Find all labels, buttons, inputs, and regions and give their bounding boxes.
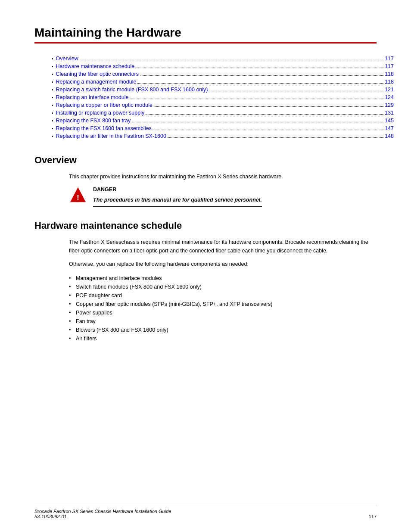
toc-entry: •Replacing the air filter in the FastIro… (52, 133, 394, 139)
toc-dots (209, 91, 383, 91)
toc-bullet: • (52, 134, 53, 139)
toc-link[interactable]: Replacing the air filter in the FastIron… (56, 133, 166, 139)
toc-dots (146, 114, 383, 115)
danger-content: DANGER The procedures in this manual are… (93, 186, 262, 207)
footer-docnum: 53-1003092-01 (34, 514, 171, 519)
toc-page-num: 129 (385, 102, 394, 108)
toc-page-num: 118 (385, 71, 394, 77)
danger-icon: ! (69, 186, 87, 204)
toc-entry: •Installing or replacing a power supply1… (52, 110, 394, 116)
list-item: Air filters (69, 334, 377, 343)
toc-link[interactable]: Replacing a management module (56, 79, 137, 85)
toc-bullet: • (52, 118, 53, 123)
toc-bullet: • (52, 95, 53, 100)
toc-dots (140, 75, 383, 76)
overview-body: This chapter provides instructions for m… (69, 173, 377, 207)
toc-page-num: 121 (385, 87, 394, 93)
svg-text:!: ! (77, 193, 79, 202)
toc-dots (137, 83, 383, 84)
list-item: Power supplies (69, 308, 377, 317)
toc-entry: •Replacing a switch fabric module (FSX 8… (52, 87, 394, 93)
list-item: Fan tray (69, 317, 377, 326)
footer: Brocade FastIron SX Series Chassis Hardw… (34, 505, 377, 519)
toc-page-num: 117 (385, 63, 394, 69)
hardware-schedule-title: Hardware maintenance schedule (34, 220, 377, 231)
toc-dots (130, 99, 383, 99)
toc-entry: •Replacing a management module118 (52, 79, 394, 85)
toc-page-num: 131 (385, 110, 394, 116)
hardware-schedule-para1: The FastIron X Serieschassis requires mi… (69, 238, 377, 255)
toc-bullet: • (52, 103, 53, 108)
toc-link[interactable]: Replacing an interface module (56, 94, 129, 100)
hardware-schedule-para2: Otherwise, you can replace the following… (69, 260, 377, 268)
list-item: Switch fabric modules (FSX 800 and FSX 1… (69, 283, 377, 291)
list-item: POE daughter card (69, 291, 377, 300)
toc-page-num: 117 (385, 56, 394, 62)
toc-link[interactable]: Replacing the FSX 800 fan tray (56, 118, 131, 124)
toc-link[interactable]: Replacing the FSX 1600 fan assemblies (56, 125, 152, 131)
toc-bullet: • (52, 56, 53, 61)
toc-entry: •Cleaning the fiber optic connectors118 (52, 71, 394, 77)
toc-entry: •Replacing the FSX 1600 fan assemblies14… (52, 125, 394, 131)
toc-dots (153, 130, 383, 130)
toc-entry: •Overview117 (52, 56, 394, 62)
danger-box: ! DANGER The procedures in this manual a… (69, 186, 377, 207)
toc-entry: •Replacing the FSX 800 fan tray145 (52, 118, 394, 124)
toc-dots (132, 122, 383, 122)
hardware-schedule-body: The FastIron X Serieschassis requires mi… (69, 238, 377, 342)
hardware-schedule-section: Hardware maintenance schedule The FastIr… (34, 220, 377, 342)
toc-bullet: • (52, 126, 53, 131)
danger-text: The procedures in this manual are for qu… (93, 197, 262, 203)
toc-page-num: 124 (385, 94, 394, 100)
toc-page-num: 145 (385, 118, 394, 124)
overview-section: Overview This chapter provides instructi… (34, 155, 377, 207)
toc-bullet: • (52, 87, 53, 92)
toc-dots (136, 68, 383, 68)
toc-bullet: • (52, 111, 53, 115)
overview-title: Overview (34, 155, 377, 166)
toc-bullet: • (52, 80, 53, 84)
toc-dots (80, 60, 384, 60)
footer-page-number: 117 (369, 514, 377, 519)
toc-link[interactable]: Overview (56, 56, 78, 62)
toc-entry: •Replacing an interface module124 (52, 94, 394, 100)
toc-dots (154, 106, 383, 107)
footer-left: Brocade FastIron SX Series Chassis Hardw… (34, 509, 171, 519)
toc-link[interactable]: Cleaning the fiber optic connectors (56, 71, 139, 77)
toc-dots (168, 137, 383, 138)
list-item: Blowers (FSX 800 and FSX 1600 only) (69, 326, 377, 334)
toc-table: •Overview117•Hardware maintenance schedu… (52, 56, 394, 139)
overview-para: This chapter provides instructions for m… (69, 173, 377, 181)
toc-link[interactable]: Installing or replacing a power supply (56, 110, 145, 116)
danger-label: DANGER (93, 187, 179, 194)
toc-page-num: 118 (385, 79, 394, 85)
page: Maintaining the Hardware •Overview117•Ha… (0, 0, 411, 532)
footer-title: Brocade FastIron SX Series Chassis Hardw… (34, 509, 171, 514)
toc-link[interactable]: Replacing a copper or fiber optic module (56, 102, 153, 108)
toc-entry: •Hardware maintenance schedule117 (52, 63, 394, 69)
toc-bullet: • (52, 64, 53, 69)
toc-page-num: 147 (385, 125, 394, 131)
list-item: Copper and fiber optic modules (SFPs (mi… (69, 300, 377, 308)
toc-link[interactable]: Replacing a switch fabric module (FSX 80… (56, 87, 208, 93)
list-item: Management and interface modules (69, 274, 377, 283)
toc-bullet: • (52, 72, 53, 77)
toc-link[interactable]: Hardware maintenance schedule (56, 63, 135, 69)
toc-entry: •Replacing a copper or fiber optic modul… (52, 102, 394, 108)
toc-page-num: 148 (385, 133, 394, 139)
chapter-title: Maintaining the Hardware (34, 26, 377, 40)
red-rule (34, 42, 377, 44)
hardware-components-list: Management and interface modulesSwitch f… (69, 274, 377, 343)
